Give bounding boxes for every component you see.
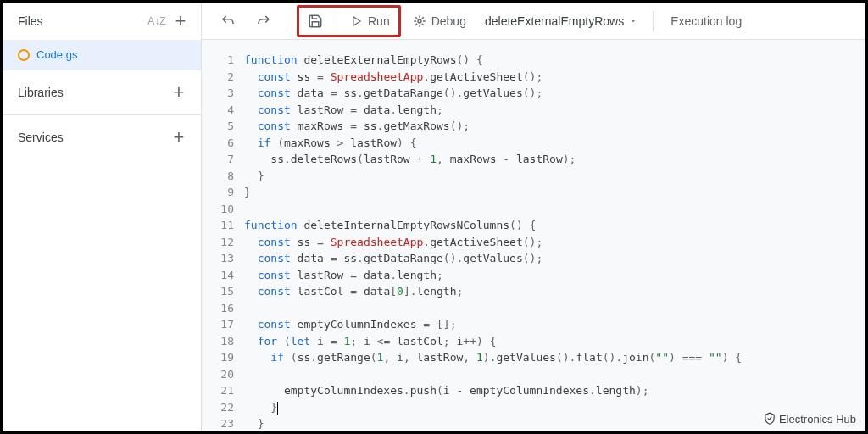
debug-icon: [413, 14, 426, 28]
file-name: Code.gs: [36, 48, 77, 61]
watermark: Electronics Hub: [764, 412, 856, 426]
redo-icon: [256, 14, 271, 29]
sidebar: Files A↓Z + Code.gs Libraries + Services…: [3, 3, 202, 431]
watermark-text: Electronics Hub: [779, 413, 856, 426]
services-label: Services: [18, 131, 167, 144]
play-icon: [351, 15, 363, 27]
exec-log-label: Execution log: [670, 14, 742, 28]
sort-icon[interactable]: A↓Z: [145, 9, 169, 33]
file-item-code[interactable]: Code.gs: [3, 40, 201, 70]
app-root: Files A↓Z + Code.gs Libraries + Services…: [3, 3, 865, 431]
services-row[interactable]: Services +: [3, 114, 201, 159]
code-editor[interactable]: 1234567891011121314151617181920212223 fu…: [202, 40, 865, 431]
add-service-button[interactable]: +: [167, 125, 191, 149]
chevron-down-icon: [629, 17, 637, 25]
toolbar-divider: [337, 11, 337, 31]
appsscript-icon: [18, 49, 30, 61]
main: Run Debug deleteExternalEmptyRows Execut…: [202, 3, 865, 431]
save-icon: [308, 14, 323, 29]
files-header: Files A↓Z +: [3, 3, 201, 40]
undo-button[interactable]: [212, 9, 244, 33]
svg-marker-0: [353, 16, 360, 25]
libraries-label: Libraries: [18, 86, 167, 99]
debug-label: Debug: [431, 14, 466, 28]
toolbar-divider-2: [653, 11, 654, 31]
libraries-row[interactable]: Libraries +: [3, 70, 201, 114]
files-label: Files: [18, 14, 145, 28]
save-button[interactable]: [299, 9, 331, 33]
save-run-highlight: Run: [297, 5, 401, 37]
redo-button[interactable]: [248, 9, 280, 33]
add-library-button[interactable]: +: [167, 81, 191, 104]
add-file-button[interactable]: +: [169, 9, 192, 33]
code-content[interactable]: function deleteExternalEmptyRows() { con…: [244, 52, 865, 431]
execution-log-button[interactable]: Execution log: [662, 10, 750, 32]
line-gutter: 1234567891011121314151617181920212223: [202, 52, 244, 431]
function-name: deleteExternalEmptyRows: [485, 14, 624, 28]
debug-button[interactable]: Debug: [404, 10, 475, 32]
shield-icon: [764, 412, 776, 426]
svg-point-1: [418, 19, 421, 23]
run-label: Run: [368, 14, 390, 28]
function-dropdown[interactable]: deleteExternalEmptyRows: [478, 10, 644, 32]
undo-icon: [220, 14, 236, 29]
toolbar: Run Debug deleteExternalEmptyRows Execut…: [202, 3, 865, 40]
run-button[interactable]: Run: [342, 10, 398, 32]
